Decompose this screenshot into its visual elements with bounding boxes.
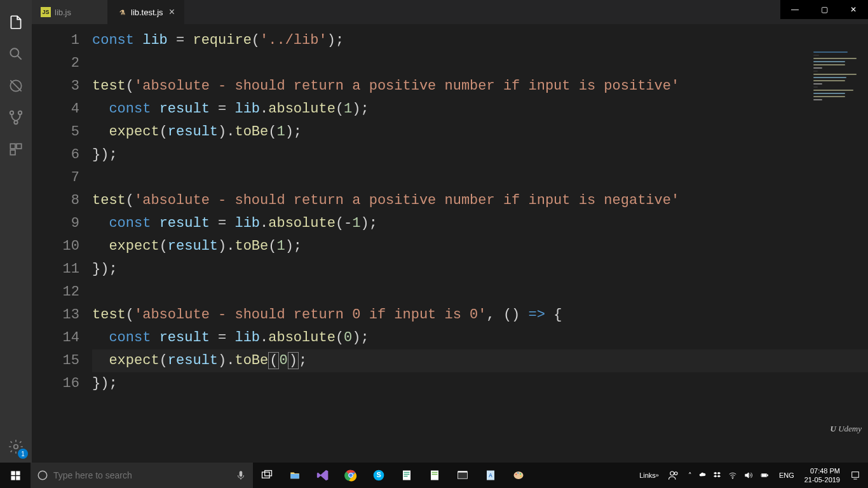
- chrome-icon[interactable]: [337, 463, 365, 488]
- wifi-icon[interactable]: [728, 471, 738, 480]
- svg-rect-25: [404, 476, 408, 477]
- svg-rect-42: [767, 475, 768, 476]
- svg-point-40: [732, 478, 733, 478]
- minimize-button[interactable]: —: [780, 0, 810, 19]
- svg-rect-11: [11, 476, 15, 480]
- search-icon[interactable]: [0, 38, 32, 70]
- maximize-button[interactable]: ▢: [810, 0, 839, 19]
- svg-text:S: S: [376, 471, 381, 478]
- code-editor[interactable]: 12345678910111213141516 const lib = requ…: [32, 24, 868, 463]
- app-icon-1[interactable]: [393, 463, 421, 488]
- battery-icon[interactable]: [759, 471, 770, 479]
- links-toolbar[interactable]: Links »: [635, 463, 663, 488]
- window-controls: — ▢ ✕: [780, 0, 868, 19]
- visual-studio-icon[interactable]: [309, 463, 337, 488]
- tab-label: lib.test.js: [131, 8, 163, 17]
- volume-icon[interactable]: [743, 471, 753, 480]
- svg-rect-16: [265, 471, 272, 476]
- onedrive-icon[interactable]: [698, 471, 707, 479]
- svg-rect-43: [762, 475, 766, 477]
- svg-point-0: [10, 48, 18, 57]
- file-type-icon: JS: [41, 7, 51, 17]
- cortana-icon: [37, 470, 48, 481]
- start-button[interactable]: [0, 463, 31, 488]
- taskbar-search[interactable]: [31, 463, 253, 488]
- svg-rect-27: [432, 472, 438, 473]
- svg-rect-44: [852, 472, 859, 478]
- mic-icon[interactable]: [235, 470, 247, 481]
- extensions-icon[interactable]: [0, 133, 32, 165]
- people-icon[interactable]: [664, 463, 683, 488]
- svg-point-38: [670, 471, 674, 475]
- system-tray[interactable]: ˄: [684, 463, 774, 488]
- app-icon-3[interactable]: [449, 463, 477, 488]
- close-tab-icon[interactable]: ×: [169, 6, 175, 18]
- svg-rect-23: [404, 472, 410, 473]
- svg-point-19: [349, 473, 352, 477]
- tab-label: lib.js: [55, 8, 71, 17]
- udemy-watermark: U Udemy: [831, 424, 862, 434]
- svg-rect-12: [16, 476, 20, 480]
- tab-lib-js[interactable]: JSlib.js: [32, 0, 108, 24]
- settings-badge: 1: [18, 449, 28, 459]
- tray-chevron-icon[interactable]: ˄: [688, 471, 692, 480]
- skype-icon[interactable]: S: [365, 463, 393, 488]
- debug-icon[interactable]: [0, 70, 32, 102]
- svg-rect-7: [10, 150, 15, 155]
- svg-rect-24: [404, 474, 410, 475]
- svg-point-2: [10, 111, 13, 114]
- taskbar: S A Links » ˄ ENG 07:48 PM 21-05-2019: [0, 463, 868, 488]
- svg-point-3: [18, 111, 22, 114]
- svg-rect-28: [432, 474, 438, 475]
- svg-point-8: [14, 445, 18, 449]
- close-button[interactable]: ✕: [839, 0, 868, 19]
- explorer-icon[interactable]: [0, 6, 32, 38]
- svg-rect-15: [262, 472, 270, 478]
- svg-point-4: [14, 121, 17, 124]
- code-content[interactable]: const lib = require('../lib');test('abso…: [92, 24, 868, 463]
- line-gutter: 12345678910111213141516: [32, 24, 92, 463]
- svg-rect-5: [10, 144, 15, 149]
- file-type-icon: ⚗: [117, 7, 127, 17]
- notifications-icon[interactable]: [846, 463, 864, 488]
- svg-text:A: A: [489, 473, 492, 478]
- svg-point-36: [520, 473, 521, 475]
- minimap[interactable]: [811, 50, 868, 126]
- clock-date: 21-05-2019: [804, 475, 840, 484]
- settings-icon[interactable]: 1: [0, 431, 32, 463]
- app-icon-4[interactable]: A: [477, 463, 505, 488]
- language-indicator[interactable]: ENG: [775, 463, 798, 488]
- svg-point-37: [520, 475, 522, 477]
- svg-rect-6: [17, 144, 22, 149]
- paint-icon[interactable]: [505, 463, 532, 488]
- dropbox-icon[interactable]: [713, 471, 722, 480]
- clock-time: 07:48 PM: [810, 466, 840, 475]
- file-explorer-icon[interactable]: [281, 463, 309, 488]
- svg-point-39: [674, 472, 677, 475]
- search-input[interactable]: [53, 470, 230, 480]
- task-view-icon[interactable]: [253, 463, 281, 488]
- app-icon-2[interactable]: [421, 463, 449, 488]
- source-control-icon[interactable]: [0, 102, 32, 133]
- taskbar-clock[interactable]: 07:48 PM 21-05-2019: [799, 466, 845, 484]
- svg-rect-14: [240, 471, 243, 477]
- svg-point-34: [515, 473, 517, 475]
- editor-tabs: JSlib.js⚗lib.test.js×: [32, 0, 868, 24]
- svg-rect-9: [11, 471, 15, 475]
- svg-rect-30: [458, 471, 468, 472]
- activity-bar: 1: [0, 0, 32, 463]
- svg-point-35: [517, 472, 519, 473]
- svg-rect-29: [458, 472, 468, 479]
- svg-point-13: [38, 471, 47, 480]
- tab-lib-test-js[interactable]: ⚗lib.test.js×: [108, 0, 184, 24]
- svg-rect-10: [16, 471, 20, 475]
